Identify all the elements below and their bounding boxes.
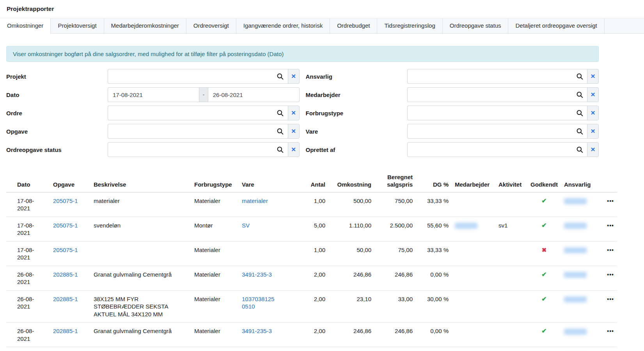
search-icon[interactable] — [276, 127, 285, 136]
vare-link[interactable]: 1037038125 0510 — [242, 296, 274, 310]
date-from-input[interactable] — [108, 87, 199, 102]
opgave-link[interactable]: 205075-1 — [53, 198, 78, 204]
projekt-input[interactable] — [108, 69, 288, 84]
forbrugstype-input[interactable] — [407, 106, 587, 120]
cell-opgave: 202885-1 — [50, 347, 90, 351]
cell-beskrivelse: 38X125 MM FYR STØBEBRÆDDER SEKSTA AKTUEL… — [90, 290, 191, 323]
clear-filter-button[interactable]: ✕ — [288, 69, 300, 84]
ordreopgave-status-input[interactable] — [108, 142, 288, 157]
ansvarlig-input[interactable] — [407, 69, 587, 84]
date-to-input[interactable] — [208, 87, 300, 102]
table-row: 26-08-2021202885-1Granat gulvmaling Ceme… — [6, 323, 617, 347]
opgave-input[interactable] — [108, 124, 288, 139]
row-menu-button[interactable]: ••• — [607, 198, 614, 204]
clear-filter-button[interactable]: ✕ — [587, 87, 599, 102]
vare-link[interactable]: 3491-235-3 — [242, 328, 272, 334]
tab-ordreopgave-status[interactable]: Ordreopgave status — [443, 18, 509, 34]
row-menu-button[interactable]: ••• — [607, 328, 614, 334]
vare-link[interactable]: materialer — [242, 198, 268, 204]
opgave-link[interactable]: 205075-1 — [53, 247, 78, 253]
column-header-dato: Dato — [6, 171, 50, 192]
opgave-link[interactable]: 202885-1 — [53, 271, 78, 278]
search-icon[interactable] — [276, 145, 285, 154]
cell-ansvarlig — [561, 290, 594, 323]
row-menu-button[interactable]: ••• — [607, 247, 614, 253]
not-approved-icon: ✖ — [542, 247, 547, 253]
oprettet-af-input[interactable] — [407, 142, 587, 157]
vare-link[interactable]: SV — [242, 222, 250, 229]
tab-igangv-rende-ordrer-historisk[interactable]: Igangværende ordrer, historisk — [236, 18, 330, 34]
clear-filter-button[interactable]: ✕ — [587, 142, 599, 157]
table-row: 26-08-2021202885-1Granat gulvmaling Ceme… — [6, 266, 617, 290]
search-icon[interactable] — [575, 109, 584, 117]
cell-ansvarlig — [561, 266, 594, 290]
cell-omkostning: 500,00 — [328, 192, 374, 217]
cell-antal: 2,00 — [297, 266, 328, 290]
search-icon[interactable] — [575, 145, 584, 154]
cell-opgave: 202885-1 — [50, 290, 90, 323]
row-menu-button[interactable]: ••• — [607, 222, 614, 229]
vare-link[interactable]: 3491-235-3 — [242, 271, 272, 278]
cell-vare: SV — [239, 217, 297, 241]
cell-aktivitet — [495, 241, 527, 266]
cell-antal: 5,00 — [297, 217, 328, 241]
medarbejder-input[interactable] — [407, 87, 587, 102]
column-header-vare: Vare — [239, 171, 297, 192]
search-icon[interactable] — [575, 90, 584, 99]
cell-ansvarlig — [561, 241, 594, 266]
cell-omkostning: 50,00 — [328, 241, 374, 266]
cell-aktivitet — [495, 347, 527, 351]
search-icon[interactable] — [575, 127, 584, 136]
date-range-separator: - — [199, 87, 208, 102]
cell-beregnet_salgspris: 2.500,00 — [374, 217, 416, 241]
cell-beskrivelse — [90, 241, 191, 266]
search-icon[interactable] — [575, 72, 584, 81]
clear-filter-button[interactable]: ✕ — [587, 124, 599, 139]
tab-projektoversigt[interactable]: Projektoversigt — [51, 18, 104, 34]
cell-beskrivelse: svendeløn — [90, 217, 191, 241]
search-icon[interactable] — [276, 109, 285, 117]
cell-godkendt: ✔ — [527, 266, 561, 290]
search-icon[interactable] — [276, 72, 285, 81]
filter-row-ordre: Ordre✕ — [6, 106, 300, 120]
filter-row-opgave: Opgave✕ — [6, 124, 300, 139]
table-body: 17-08-2021205075-1materialerMaterialerma… — [6, 192, 617, 351]
redacted-medarbejder — [455, 223, 477, 229]
column-header-godkendt: Godkendt — [527, 171, 561, 192]
vare-input[interactable] — [407, 124, 587, 139]
clear-filter-button[interactable]: ✕ — [288, 106, 300, 120]
opgave-link[interactable]: 205075-1 — [53, 222, 78, 229]
tab-ordreoversigt[interactable]: Ordreoversigt — [186, 18, 236, 34]
tab-detaljeret-ordreopgave-oversigt[interactable]: Detaljeret ordreopgave oversigt — [508, 18, 604, 34]
cell-omkostning: 1.110,00 — [328, 217, 374, 241]
filter-row-vare: Vare✕ — [306, 124, 599, 139]
clear-filter-button[interactable]: ✕ — [288, 124, 300, 139]
cell-medarbejder — [452, 347, 495, 351]
tab-ordrebudget[interactable]: Ordrebudget — [330, 18, 377, 34]
cell-ansvarlig — [561, 217, 594, 241]
approved-icon: ✔ — [541, 271, 546, 278]
clear-filter-button[interactable]: ✕ — [288, 142, 300, 157]
clear-filter-button[interactable]: ✕ — [587, 69, 599, 84]
cell-antal: 1,00 — [297, 241, 328, 266]
table-row: 17-08-2021205075-1Materialer1,0050,0075,… — [6, 241, 617, 266]
cell-ansvarlig — [561, 347, 594, 351]
cell-opgave: 202885-1 — [50, 266, 90, 290]
tab-medarbejderomkostninger[interactable]: Medarbejderomkostninger — [104, 18, 186, 34]
cell-dg_pct: 30,00 % — [416, 290, 452, 323]
filter-label-vare: Vare — [306, 128, 407, 135]
cell-ansvarlig — [561, 323, 594, 347]
tab-omkostninger[interactable]: Omkostninger — [0, 18, 51, 34]
row-menu-button[interactable]: ••• — [607, 296, 614, 302]
row-menu-button[interactable]: ••• — [607, 272, 614, 278]
redacted-ansvarlig — [564, 329, 587, 335]
opgave-link[interactable]: 202885-1 — [53, 328, 78, 334]
tab-tidsregistreringslog[interactable]: Tidsregistreringslog — [377, 18, 442, 34]
tab-bar: OmkostningerProjektoversigtMedarbejderom… — [0, 18, 644, 34]
clear-filter-button[interactable]: ✕ — [587, 106, 599, 120]
opgave-link[interactable]: 202885-1 — [53, 296, 78, 302]
cell-godkendt: ✖ — [527, 241, 561, 266]
cell-aktivitet: sv1 — [495, 217, 527, 241]
ordre-input[interactable] — [108, 106, 288, 120]
redacted-ansvarlig — [564, 296, 587, 302]
